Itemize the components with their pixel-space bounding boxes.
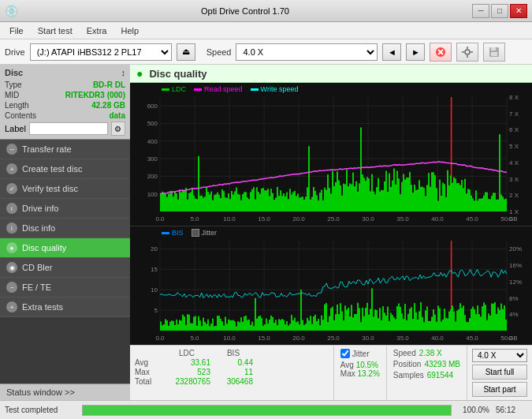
sidebar-label-extra-tests: Extra tests: [22, 302, 63, 312]
drive-label: Drive: [5, 47, 25, 57]
jitter-max-row: Max 13.2%: [340, 369, 380, 378]
col-header-bis: BIS: [214, 349, 253, 357]
minimize-button[interactable]: ─: [472, 4, 489, 18]
main-area: Disc ↕ Type BD-R DL MID RITEKDR3 (000) L…: [0, 65, 532, 400]
menu-file[interactable]: File: [3, 24, 30, 37]
chart-bottom: BIS Jitter: [130, 226, 532, 345]
stats-grid: LDC BIS Avg 33.61 0.44 Max 523 11 Total …: [135, 349, 329, 386]
menu-extra[interactable]: Extra: [80, 24, 113, 37]
disc-info-icon: i: [6, 223, 17, 234]
row-total-ldc: 23280765: [163, 377, 210, 386]
close-button[interactable]: ✕: [510, 4, 527, 18]
sidebar-item-verify-test-disc[interactable]: ✓ Verify test disc: [0, 179, 130, 199]
type-key: Type: [5, 80, 22, 89]
bis-legend-item: BIS: [162, 229, 184, 237]
disc-header: Disc ↕: [5, 68, 125, 77]
jitter-label: Jitter: [352, 350, 370, 358]
sidebar-item-disc-quality[interactable]: ● Disc quality: [0, 238, 130, 258]
length-key: Length: [5, 101, 29, 110]
save-button[interactable]: [483, 43, 505, 62]
disc-quality-icon: ●: [6, 242, 17, 253]
speed-label: Speed: [393, 349, 416, 357]
contents-key: Contents: [5, 111, 36, 120]
settings-button[interactable]: [456, 43, 478, 62]
sidebar-item-transfer-rate[interactable]: ↔ Transfer rate: [0, 140, 130, 159]
next-button[interactable]: ►: [406, 43, 425, 61]
samples-label: Samples: [393, 371, 424, 380]
drive-select[interactable]: (J:) ATAPI iHBS312 2 PL17: [30, 43, 172, 61]
disc-title: Disc: [5, 68, 23, 77]
menu-help[interactable]: Help: [114, 24, 145, 37]
disc-label-row: Label ⚙: [5, 122, 125, 136]
position-label: Position: [393, 360, 422, 368]
stats-speed: Speed 2.38 X Position 43293 MB Samples 6…: [386, 346, 467, 400]
clear-button[interactable]: [430, 43, 452, 62]
start-part-button[interactable]: Start part: [472, 382, 527, 397]
sidebar-label-fe-te: FE / TE: [22, 282, 51, 292]
ldc-legend-color: [162, 88, 169, 91]
disc-arrow-icon[interactable]: ↕: [121, 68, 126, 77]
cd-bler-icon: ◉: [6, 262, 17, 273]
read-speed-legend-label: Read speed: [204, 85, 243, 93]
time-text: 56:12: [496, 406, 527, 414]
speed-val: 2.38 X: [419, 349, 442, 357]
sidebar-label-verify-test: Verify test disc: [22, 184, 78, 193]
row-total-bis: 306468: [214, 377, 253, 386]
charts-area: LDC Read speed Write speed: [130, 83, 532, 345]
maximize-button[interactable]: □: [491, 4, 508, 18]
stats-row: LDC BIS Avg 33.61 0.44 Max 523 11 Total …: [130, 345, 532, 400]
stats-speed-select[interactable]: 4.0 X: [472, 349, 527, 362]
sidebar-item-drive-info[interactable]: i Drive info: [0, 199, 130, 219]
eject-button[interactable]: ⏏: [177, 43, 195, 61]
col-header-empty: [135, 349, 160, 357]
position-val: 43293 MB: [424, 360, 460, 368]
disc-section: Disc ↕ Type BD-R DL MID RITEKDR3 (000) L…: [0, 65, 130, 140]
jitter-max-val: 13.2%: [357, 369, 379, 378]
app-title: Opti Drive Control 1.70: [201, 6, 289, 16]
disc-quality-header: ● Disc quality: [130, 65, 532, 83]
label-input[interactable]: [29, 122, 108, 135]
transfer-rate-icon: ↔: [6, 144, 17, 155]
jitter-legend-item: Jitter: [192, 229, 218, 237]
jitter-checkbox[interactable]: [340, 349, 350, 358]
write-speed-legend-color: [251, 88, 259, 91]
chart-bottom-legend: BIS Jitter: [162, 229, 217, 237]
type-val: BD-R DL: [93, 80, 125, 89]
row-max-label: Max: [135, 368, 160, 376]
svg-rect-9: [491, 47, 496, 51]
row-avg-label: Avg: [135, 358, 160, 367]
speed-label: Speed: [206, 47, 232, 57]
menu-start-test[interactable]: Start test: [32, 24, 79, 37]
bis-legend-label: BIS: [172, 229, 184, 237]
svg-rect-10: [491, 52, 497, 56]
row-max-bis: 11: [214, 368, 253, 376]
status-window-button[interactable]: Status window >>: [0, 383, 130, 400]
samples-row: Samples 691544: [393, 371, 460, 380]
sidebar-item-extra-tests[interactable]: + Extra tests: [0, 297, 130, 317]
sidebar-item-disc-info[interactable]: i Disc info: [0, 219, 130, 238]
gear-button[interactable]: ⚙: [111, 122, 125, 136]
disc-contents-row: Contents data: [5, 111, 125, 120]
sidebar-item-fe-te[interactable]: ~ FE / TE: [0, 278, 130, 297]
sidebar-label-cd-bler: CD Bler: [22, 263, 53, 272]
speed-select[interactable]: 4.0 X: [236, 43, 378, 61]
titlebar: 💿 Opti Drive Control 1.70 ─ □ ✕: [0, 0, 532, 22]
extra-tests-icon: +: [6, 301, 17, 312]
svg-point-3: [465, 50, 470, 54]
sidebar-item-cd-bler[interactable]: ◉ CD Bler: [0, 258, 130, 278]
ldc-legend-label: LDC: [172, 85, 186, 93]
sidebar-item-create-test-disc[interactable]: + Create test disc: [0, 159, 130, 179]
sidebar-label-disc-info: Disc info: [22, 223, 55, 233]
left-panel: Disc ↕ Type BD-R DL MID RITEKDR3 (000) L…: [0, 65, 130, 400]
start-full-button[interactable]: Start full: [472, 365, 527, 380]
length-val: 42.28 GB: [91, 101, 125, 110]
stats-left: LDC BIS Avg 33.61 0.44 Max 523 11 Total …: [130, 346, 333, 400]
sidebar-label-disc-quality: Disc quality: [22, 243, 66, 253]
prev-button[interactable]: ◄: [382, 43, 401, 61]
sidebar-label-transfer-rate: Transfer rate: [22, 144, 72, 154]
progress-container: [82, 405, 452, 416]
disc-quality-header-icon: ●: [136, 67, 143, 80]
verify-test-icon: ✓: [6, 183, 17, 194]
disc-quality-title: Disc quality: [149, 68, 206, 80]
row-avg-ldc: 33.61: [163, 358, 210, 367]
